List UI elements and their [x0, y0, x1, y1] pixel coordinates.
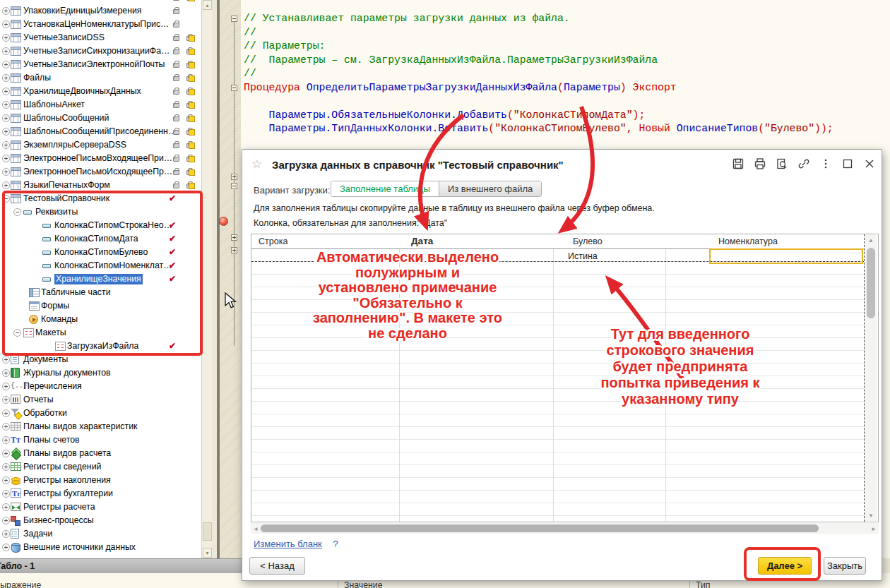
tree-item-label[interactable]: Отчеты	[23, 395, 54, 405]
breakpoint-icon[interactable]	[219, 217, 228, 226]
tab-external-file[interactable]: Из внешнего файла	[439, 181, 541, 196]
close-button[interactable]: Закрыть	[824, 557, 866, 575]
tree-item-label[interactable]: ХранилищеЗначения	[54, 274, 143, 284]
tree-item-label[interactable]: Макеты	[35, 328, 66, 338]
tree-item[interactable]: Файлы	[0, 71, 201, 85]
fold-collapse-icon[interactable]	[231, 16, 237, 22]
tree-item-label[interactable]: Регистры сведений	[23, 462, 101, 472]
next-button[interactable]: Далее >	[758, 557, 812, 575]
tree-item[interactable]: КолонкаСТипомСтрокаНео…✔	[0, 219, 201, 232]
tree-item-label[interactable]: Планы видов характеристик	[23, 421, 137, 432]
scroll-down-icon[interactable]: ▼	[865, 512, 877, 519]
tree-item[interactable]: ШаблоныСообщений	[0, 112, 201, 125]
tree-item-label[interactable]: Планы видов расчета	[23, 448, 111, 459]
close-icon[interactable]	[863, 157, 876, 170]
tree-item-label[interactable]: КолонкаСТипомБулево	[54, 247, 148, 258]
help-icon[interactable]: ?	[333, 539, 338, 549]
tree-item-label[interactable]: ЭкземплярыСервераDSS	[23, 140, 126, 150]
tree-item[interactable]: ЗагрузкаИзФайла✔	[0, 340, 201, 353]
tree-item[interactable]: Планы счетов	[0, 433, 201, 447]
expand-icon[interactable]	[2, 141, 10, 149]
tree-item-label[interactable]: Внешние источники данных	[23, 542, 136, 553]
expand-icon[interactable]	[2, 181, 10, 189]
tree-item[interactable]: ХранилищеДвоичныхДанных	[0, 85, 201, 98]
tree-item[interactable]: Обработки	[0, 407, 201, 420]
tree-item-label[interactable]: ШаблоныСообщенийПрисоединенн…	[23, 126, 177, 137]
tree-item-label[interactable]: Перечисления	[23, 381, 82, 392]
tree-item[interactable]: Планы видов расчета	[0, 447, 201, 460]
scroll-right-icon[interactable]: ►	[871, 526, 877, 532]
tree-item-label[interactable]: ШаблоныСообщений	[23, 113, 109, 124]
tree-item[interactable]: ТестовыйСправочник✔	[0, 192, 201, 205]
tree-item-label[interactable]: Задачи	[23, 529, 52, 539]
fold-collapse-icon[interactable]	[231, 85, 237, 91]
tree-item-label[interactable]: КолонкаСТипомНоменклат…	[54, 260, 172, 271]
expand-icon[interactable]	[2, 463, 10, 471]
tree-item[interactable]: Регистры расчета	[0, 500, 201, 514]
tree-item-label[interactable]: ЯзыкиПечатныхФорм	[23, 180, 110, 191]
expand-icon[interactable]	[2, 450, 10, 457]
tree-item[interactable]: УчетныеЗаписиЭлектроннойПочты	[0, 58, 201, 71]
tree-scroll-up-icon[interactable]: ▲	[203, 0, 212, 10]
tree-item[interactable]: Внешние источники данных	[0, 541, 201, 554]
expand-icon[interactable]	[2, 155, 10, 162]
expand-icon[interactable]	[2, 7, 10, 15]
tree-item[interactable]: Регистры бухгалтерии	[0, 487, 201, 500]
table-hscrollbar[interactable]: ◄ ►	[251, 523, 879, 534]
tree-item[interactable]: Журналы документов	[0, 366, 201, 380]
vscrollbar-thumb[interactable]	[867, 248, 875, 318]
tree-item[interactable]: УпаковкиЕдиницыИзмерения	[0, 4, 201, 18]
tree-item-label[interactable]: ТестовыйСправочник	[23, 193, 109, 204]
expand-icon[interactable]	[2, 544, 10, 551]
tree-item-label[interactable]: УпаковкиЕдиницыИзмерения	[23, 6, 141, 16]
code-line[interactable]: Параметры.ОбязательныеКолонки.Добавить("…	[244, 109, 645, 123]
collapse-icon[interactable]	[2, 195, 10, 203]
tree-item[interactable]: Бизнес-процессы	[0, 514, 201, 527]
tree-item-label[interactable]: Файлы	[23, 73, 51, 83]
code-line[interactable]: // Параметры:	[244, 40, 325, 54]
tab-fill-table[interactable]: Заполнение таблицы	[331, 181, 439, 196]
expand-icon[interactable]	[2, 490, 10, 498]
collapse-icon[interactable]	[13, 329, 21, 337]
tree-item-label[interactable]: УчетныеЗаписиЭлектроннойПочты	[23, 59, 165, 70]
data-table[interactable]: Строка Дата Булево Номенклатура Истина ▲…	[251, 234, 879, 522]
tree-item-label[interactable]: ХранилищеДвоичныхДанных	[23, 86, 141, 97]
scroll-left-icon[interactable]: ◄	[253, 526, 259, 532]
tree-item-label[interactable]: Журналы документов	[23, 368, 111, 378]
tree-item-label[interactable]: Команды	[41, 314, 78, 325]
col-header-stroka[interactable]: Строка	[259, 236, 287, 246]
tree-item-label[interactable]: ЭлектронноеПисьмоИсходящееПр…	[23, 167, 172, 177]
tree-item[interactable]: Команды	[0, 313, 201, 326]
tree-item[interactable]: Планы видов характеристик	[0, 420, 201, 433]
tree-item[interactable]: Табличные части	[0, 286, 201, 299]
expand-icon[interactable]	[2, 88, 10, 95]
expand-icon[interactable]	[2, 114, 10, 122]
tree-item[interactable]: ЭлектронноеПисьмоИсходящееПр…	[0, 165, 201, 179]
tree-item-label[interactable]: Обработки	[23, 408, 67, 419]
tree-item[interactable]: УчетныеЗаписиСинхронизацииФа…	[0, 44, 201, 58]
tree-item[interactable]: ЭкземплярыСервераDSS	[0, 138, 201, 152]
tree-item-label[interactable]: УчетныеЗаписиDSS	[23, 32, 105, 43]
tree-item-label[interactable]: ШаблоныАнкет	[23, 100, 85, 110]
expand-icon[interactable]	[2, 436, 10, 444]
fold-expand-icon[interactable]	[231, 247, 237, 253]
tree-item-label[interactable]: ЭлектронноеПисьмоВходящееПри…	[23, 153, 172, 164]
tree-item[interactable]: Задачи	[0, 527, 201, 541]
tree-item[interactable]: ШаблоныСообщенийПрисоединенн…	[0, 125, 201, 138]
col-header-bulevo[interactable]: Булево	[573, 236, 603, 246]
tree-item-label[interactable]: КолонкаСТипомСтрокаНео…	[54, 220, 172, 231]
fold-expand-icon[interactable]	[231, 234, 237, 241]
tree-scrollbar[interactable]: ▲ ▼	[201, 0, 212, 558]
tree-item[interactable]: Перечисления	[0, 380, 201, 393]
expand-icon[interactable]	[2, 396, 10, 404]
tree-item-label[interactable]: Формы	[41, 301, 69, 311]
tree-item[interactable]: УчетныеЗаписиDSS	[0, 31, 201, 44]
tree-item-label[interactable]: Планы счетов	[23, 435, 80, 445]
expand-icon[interactable]	[2, 369, 10, 377]
tree-item[interactable]: Документы	[0, 353, 201, 366]
save-icon[interactable]	[732, 157, 744, 170]
expand-icon[interactable]	[2, 530, 10, 538]
tree-item-label[interactable]: ЗагрузкаИзФайла	[67, 341, 138, 352]
expand-icon[interactable]	[2, 423, 10, 431]
code-line[interactable]: //	[244, 26, 256, 40]
